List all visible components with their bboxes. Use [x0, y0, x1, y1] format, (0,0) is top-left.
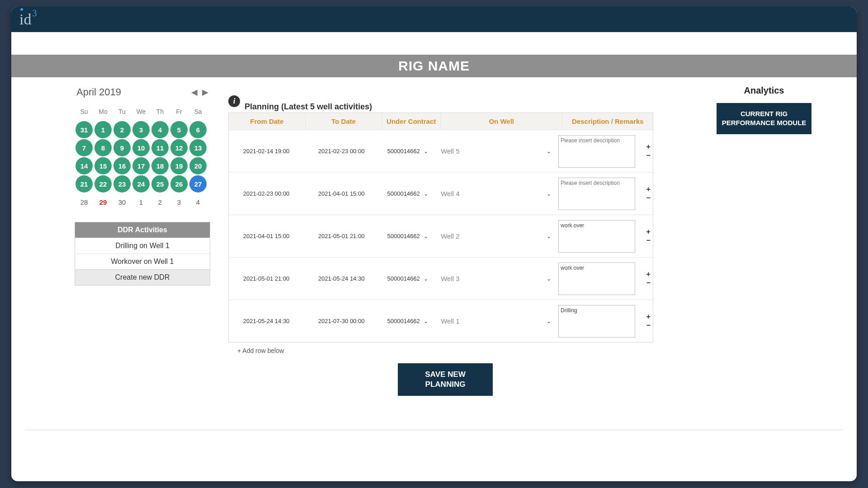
row-remove-icon[interactable]: −	[646, 321, 651, 329]
chevron-down-icon: ⌄	[547, 191, 551, 197]
row-controls: +−	[644, 143, 653, 160]
calendar-day[interactable]: 2	[113, 121, 132, 139]
row-controls: +−	[644, 228, 653, 244]
cell-under-contract[interactable]: 5000014662⌄	[379, 316, 436, 326]
chevron-down-icon: ⌄	[547, 148, 551, 155]
description-textarea[interactable]	[558, 220, 635, 253]
calendar-day[interactable]: 9	[113, 139, 132, 157]
cell-description	[556, 132, 644, 170]
calendar-day[interactable]: 31	[75, 121, 94, 139]
calendar-day[interactable]: 4	[151, 121, 170, 139]
row-add-icon[interactable]: +	[646, 313, 651, 321]
ddr-activities-list: Drilling on Well 1Workover on Well 1	[75, 238, 210, 269]
cell-on-well[interactable]: Well 3⌄	[436, 275, 556, 282]
row-remove-icon[interactable]: −	[646, 194, 651, 202]
cell-description	[556, 175, 644, 213]
cell-to-date[interactable]: 2021-02-23 00:00	[304, 146, 379, 156]
calendar-day[interactable]: 25	[151, 175, 170, 193]
calendar-day[interactable]: 6	[189, 121, 208, 139]
row-remove-icon[interactable]: −	[646, 279, 651, 287]
cell-on-well[interactable]: Well 1⌄	[436, 317, 556, 325]
col-description: Description / Remarks	[562, 113, 653, 130]
calendar-day[interactable]: 10	[132, 139, 151, 157]
calendar-day[interactable]: 11	[151, 139, 170, 157]
bottom-divider	[25, 430, 843, 430]
calendar-next-icon[interactable]: ▶	[202, 87, 208, 97]
calendar-day[interactable]: 12	[170, 139, 189, 157]
well-value: Well 3	[441, 275, 459, 282]
calendar-nav: ◀ ▶	[191, 87, 210, 97]
calendar-weekday-label: Mo	[94, 103, 113, 121]
calendar-day[interactable]: 28	[75, 193, 94, 211]
calendar-day[interactable]: 2	[151, 193, 170, 211]
row-remove-icon[interactable]: −	[646, 151, 651, 160]
calendar-day[interactable]: 13	[189, 139, 208, 157]
calendar-grid: SuMoTuWeThFrSa31123456789101112131415161…	[75, 103, 210, 211]
cell-on-well[interactable]: Well 5⌄	[436, 147, 556, 155]
description-textarea[interactable]	[558, 305, 635, 338]
calendar-day[interactable]: 15	[94, 157, 113, 175]
cell-under-contract[interactable]: 5000014662⌄	[379, 231, 436, 241]
calendar-day[interactable]: 20	[189, 157, 208, 175]
cell-on-well[interactable]: Well 4⌄	[436, 190, 556, 197]
ddr-activity-item[interactable]: Workover on Well 1	[75, 253, 210, 269]
calendar-day[interactable]: 26	[170, 175, 189, 193]
calendar-weekday-label: Su	[75, 103, 94, 121]
cell-to-date[interactable]: 2021-05-24 14:30	[304, 273, 379, 284]
contract-value: 5000014662	[387, 190, 420, 197]
calendar-day[interactable]: 14	[75, 157, 94, 175]
calendar-day[interactable]: 18	[151, 157, 170, 175]
calendar-day[interactable]: 23	[113, 175, 132, 193]
cell-from-date[interactable]: 2021-05-01 21:00	[229, 273, 304, 284]
calendar-day[interactable]: 29	[94, 193, 113, 211]
cell-from-date[interactable]: 2021-04-01 15:00	[229, 231, 304, 241]
cell-under-contract[interactable]: 5000014662⌄	[379, 188, 436, 199]
row-add-icon[interactable]: +	[646, 228, 651, 236]
save-new-planning-button[interactable]: SAVE NEW PLANNING	[398, 363, 493, 396]
description-textarea[interactable]	[558, 178, 635, 210]
calendar-day[interactable]: 1	[132, 193, 151, 211]
row-remove-icon[interactable]: −	[646, 236, 651, 244]
cell-from-date[interactable]: 2021-05-24 14:30	[229, 316, 304, 326]
calendar-day[interactable]: 8	[94, 139, 113, 157]
cell-from-date[interactable]: 2021-02-23 00:00	[229, 188, 304, 199]
calendar-day[interactable]: 7	[75, 139, 94, 157]
calendar-day[interactable]: 22	[94, 175, 113, 193]
cell-under-contract[interactable]: 5000014662⌄	[379, 146, 436, 156]
calendar-day[interactable]: 21	[75, 175, 94, 193]
row-add-icon[interactable]: +	[646, 143, 651, 151]
create-new-ddr-button[interactable]: Create new DDR	[75, 269, 210, 285]
calendar-day[interactable]: 3	[132, 121, 151, 139]
calendar-day[interactable]: 30	[113, 193, 132, 211]
row-add-icon[interactable]: +	[646, 185, 651, 193]
calendar-day[interactable]: 17	[132, 157, 151, 175]
calendar-day[interactable]: 3	[170, 193, 189, 211]
cell-on-well[interactable]: Well 2⌄	[436, 232, 556, 240]
well-value: Well 4	[441, 190, 459, 197]
calendar-prev-icon[interactable]: ◀	[191, 87, 198, 97]
cell-under-contract[interactable]: 5000014662⌄	[379, 273, 436, 284]
calendar-day[interactable]: 5	[170, 121, 189, 139]
description-textarea[interactable]	[558, 135, 635, 168]
ddr-activity-item[interactable]: Drilling on Well 1	[75, 238, 210, 253]
info-icon[interactable]: i	[228, 95, 240, 107]
cell-from-date[interactable]: 2021-02-14 19:00	[229, 146, 304, 156]
rig-title-bar: RIG NAME	[11, 55, 857, 77]
description-textarea[interactable]	[558, 263, 635, 295]
calendar-day[interactable]: 27	[189, 175, 208, 193]
planning-row: 2021-05-01 21:002021-05-24 14:3050000146…	[229, 257, 653, 300]
calendar-day[interactable]: 16	[113, 157, 132, 175]
calendar-day[interactable]: 1	[94, 121, 113, 139]
calendar-day[interactable]: 4	[189, 193, 208, 211]
current-rig-performance-button[interactable]: CURRENT RIG PERFORMANCE MODULE	[717, 103, 811, 134]
add-row-button[interactable]: + Add row below	[237, 347, 662, 354]
row-add-icon[interactable]: +	[646, 270, 651, 278]
cell-to-date[interactable]: 2021-05-01 21:00	[304, 231, 379, 241]
calendar-day[interactable]: 19	[170, 157, 189, 175]
logo-superscript: 3	[32, 8, 37, 18]
calendar-weekday-label: Fr	[170, 103, 189, 121]
cell-to-date[interactable]: 2021-04-01 15:00	[304, 188, 379, 199]
cell-to-date[interactable]: 2021-07-30 00:00	[304, 316, 379, 326]
logo-text: id	[19, 11, 31, 28]
calendar-day[interactable]: 24	[132, 175, 151, 193]
